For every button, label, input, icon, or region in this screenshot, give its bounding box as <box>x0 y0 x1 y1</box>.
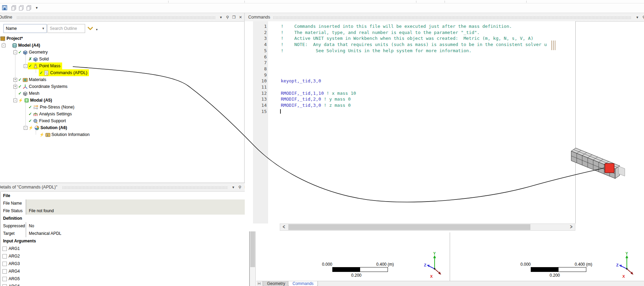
code-line-8[interactable]: 8 <box>245 66 575 72</box>
tree-item-label: Analysis Settings <box>39 111 72 117</box>
arg-value[interactable] <box>26 260 249 267</box>
tree-item-model-a4[interactable]: -Model (A4) <box>0 42 244 49</box>
field-value[interactable]: File not found <box>26 207 249 215</box>
pin-icon[interactable]: ⚲ <box>641 14 644 20</box>
close-icon[interactable]: ✕ <box>238 14 243 20</box>
collapse-icon[interactable]: ▾ <box>634 14 640 20</box>
toolbar-caret-icon[interactable]: ▼ <box>34 5 40 11</box>
tab-commands[interactable]: Commands <box>288 281 318 286</box>
duplicate-alt-icon[interactable] <box>19 5 25 11</box>
duplicate-icon[interactable] <box>11 5 17 11</box>
tree-item-coordinate-systems[interactable]: +✓Coordinate Systems <box>0 83 244 90</box>
expand-expander[interactable]: + <box>13 78 17 82</box>
collapse-icon[interactable]: ▾ <box>230 184 236 190</box>
tree-item-fixed-support[interactable]: ✓Fixed Support <box>0 117 244 124</box>
search-input[interactable]: Search Outline <box>47 24 85 33</box>
filter-type-select[interactable]: Name ▼ <box>3 24 47 33</box>
tree-item-analysis-settings[interactable]: ✓Analysis Settings <box>0 111 244 117</box>
highlighted-item-content: ✓CCommands (APDL) <box>39 69 89 76</box>
commands-header: Commands ▾ ⚲ <box>245 13 644 22</box>
collapse-icon[interactable]: ▾ <box>218 14 224 20</box>
tree-item-solution-information[interactable]: ⚡iSolution Information <box>0 131 244 138</box>
field-value[interactable] <box>26 199 249 207</box>
code-line-13[interactable]: 13RMODIF,_tid,2,0 ! y mass 0 <box>245 96 575 102</box>
svg-text:Y: Y <box>625 252 628 255</box>
arg-checkbox[interactable] <box>2 284 7 286</box>
expand-search-chevron-icon[interactable] <box>87 26 93 31</box>
expand-expander[interactable]: + <box>13 85 17 89</box>
apdl-code-editor[interactable]: 1! Commands inserted into this file will… <box>245 21 576 224</box>
code-line-4[interactable]: 4! NOTE: Any data that requires units (s… <box>245 42 575 48</box>
status-check-icon: ✓ <box>18 76 22 83</box>
category-label: Definition <box>0 215 249 222</box>
solution-icon <box>34 125 39 130</box>
code-line-3[interactable]: 3! Active UNIT system in Workbench when … <box>245 35 575 42</box>
tree-item-pre-stress-none[interactable]: ✓T=0Pre-Stress (None) <box>0 104 244 111</box>
collapse-expander[interactable]: - <box>24 126 27 130</box>
outline-title: Outline <box>0 15 12 20</box>
arg-value[interactable] <box>26 245 249 252</box>
tree-item-solution-a6[interactable]: -⚡Solution (A6) <box>0 124 244 131</box>
code-line-12[interactable]: 12RMODIF,_tid,1,10 ! x mass 10 <box>245 90 575 96</box>
collapse-expander[interactable]: - <box>13 50 17 54</box>
arg-value[interactable] <box>26 267 249 275</box>
tab-geometry[interactable]: Geometry <box>263 281 290 286</box>
duplicate-page-icon[interactable] <box>26 5 32 11</box>
tree-item-modal-a5[interactable]: -⚡Modal (A5) <box>0 97 244 104</box>
code-line-2[interactable]: 2! The material, type, and real number i… <box>245 30 575 36</box>
arg-checkbox[interactable] <box>2 262 7 266</box>
header-dots <box>16 16 215 19</box>
tree-item-point-mass[interactable]: -✓Point Mass <box>0 62 244 69</box>
search-options-caret-icon[interactable]: ▼ <box>95 28 98 31</box>
field-value[interactable]: No <box>26 222 249 230</box>
tree-item-project[interactable]: Project* <box>0 35 244 42</box>
arg-checkbox[interactable] <box>2 277 7 281</box>
tree-item-mesh[interactable]: ✓Mesh <box>0 90 244 97</box>
code-line-5[interactable]: 5! See Solving Units in the help system … <box>245 48 575 54</box>
collapse-expander[interactable]: - <box>2 44 5 47</box>
arg-value[interactable] <box>26 252 249 260</box>
line-text: RMODIF,_tid,3,0 ! z mass 0 <box>281 102 351 108</box>
line-number: 8 <box>253 66 267 72</box>
tree-item-solid[interactable]: ✗Solid <box>0 56 244 62</box>
meshed-beam-model[interactable] <box>563 139 644 187</box>
code-line-9[interactable]: 9 <box>245 72 575 78</box>
pin-icon[interactable]: ⚲ <box>225 14 230 20</box>
line-number: 11 <box>253 84 267 90</box>
viewport-nav-icon[interactable]: ⋈ <box>257 282 261 285</box>
tree-item-geometry[interactable]: -✓Geometry <box>0 49 244 56</box>
save-icon[interactable] <box>2 5 8 11</box>
tree-item-label: Solid <box>39 56 49 62</box>
point-mass-marker[interactable] <box>605 163 614 173</box>
code-line-6[interactable]: 6 <box>245 54 575 60</box>
collapse-expander[interactable]: - <box>13 99 17 102</box>
scroll-left-icon[interactable]: < <box>280 223 288 231</box>
scroll-right-icon[interactable]: > <box>567 223 575 231</box>
collapse-expander[interactable]: - <box>24 64 27 68</box>
tree-item-commands-apdl[interactable]: ✓CCommands (APDL) <box>0 69 244 76</box>
editor-horizontal-scrollbar[interactable]: < > <box>280 224 575 231</box>
field-value[interactable]: Mechanical APDL <box>26 230 249 237</box>
status-bolt-icon: ⚡ <box>18 97 23 104</box>
arg-checkbox[interactable] <box>2 247 7 251</box>
arg-value[interactable] <box>26 275 249 283</box>
code-line-14[interactable]: 14RMODIF,_tid,3,0 ! z mass 0 <box>245 102 575 108</box>
code-line-15[interactable]: 15 <box>245 108 575 115</box>
code-line-1[interactable]: 1! Commands inserted into this file will… <box>245 23 575 30</box>
arg-value[interactable] <box>26 283 249 286</box>
svg-text:Y: Y <box>433 252 436 255</box>
pin-icon[interactable]: ⚲ <box>237 184 243 190</box>
svg-text:C: C <box>46 73 48 76</box>
scrollbar-thumb[interactable] <box>288 224 530 230</box>
code-line-11[interactable]: 11 <box>245 84 575 90</box>
maximize-icon[interactable]: ❐ <box>231 14 237 20</box>
code-line-7[interactable]: 7 <box>245 60 575 66</box>
tree-item-materials[interactable]: +✓Materials <box>0 76 244 83</box>
details-row-suppressed: SuppressedNo <box>0 222 250 230</box>
code-line-10[interactable]: 10keyopt,_tid,3,0 <box>245 78 575 84</box>
search-placeholder: Search Outline <box>48 26 77 31</box>
arg-label: ARG2 <box>9 252 20 260</box>
outline-filter-bar: Name ▼ Search Outline ▼ <box>0 22 244 35</box>
arg-checkbox[interactable] <box>2 254 7 259</box>
arg-checkbox[interactable] <box>2 269 7 274</box>
